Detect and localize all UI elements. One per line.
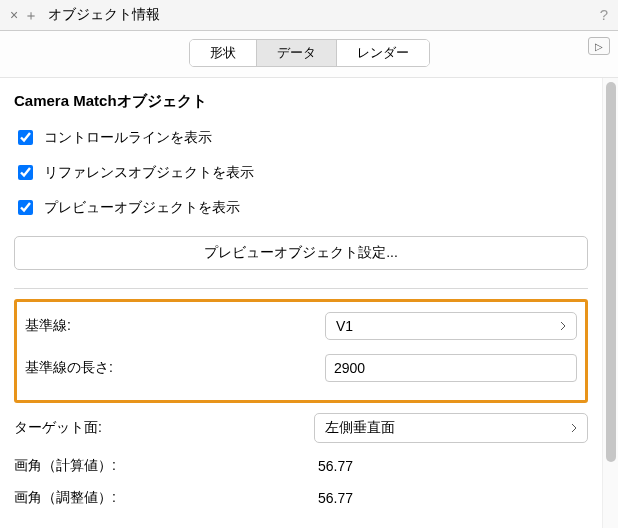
highlight-box: 基準線: V1 基準線の長さ: <box>14 299 588 403</box>
baseline-length-label: 基準線の長さ: <box>25 359 325 377</box>
tabset: 形状 データ レンダー <box>189 39 430 67</box>
fov-adj-label: 画角（調整値）: <box>14 489 314 507</box>
checkbox-reference-object[interactable] <box>18 165 33 180</box>
scrollbar[interactable] <box>602 78 618 528</box>
row-fov-calc: 画角（計算値）: 56.77 <box>14 457 588 475</box>
titlebar: × ＋ オブジェクト情報 ? <box>0 0 618 31</box>
tab-data[interactable]: データ <box>257 40 337 66</box>
baseline-length-input[interactable] <box>325 354 577 382</box>
tab-render[interactable]: レンダー <box>337 40 429 66</box>
help-icon[interactable]: ? <box>600 6 608 23</box>
fov-adj-value: 56.77 <box>314 490 353 506</box>
row-baseline-length: 基準線の長さ: <box>25 354 577 382</box>
play-icon[interactable]: ▷ <box>588 37 610 55</box>
window-title: オブジェクト情報 <box>48 6 160 24</box>
baseline-select[interactable]: V1 <box>325 312 577 340</box>
baseline-label: 基準線: <box>25 317 325 335</box>
checkbox-control-lines[interactable] <box>18 130 33 145</box>
target-face-select[interactable]: 左側垂直面 <box>314 413 588 443</box>
fov-calc-value: 56.77 <box>314 458 353 474</box>
row-baseline: 基準線: V1 <box>25 312 577 340</box>
preview-settings-button[interactable]: プレビューオブジェクト設定... <box>14 236 588 270</box>
content-panel: Camera Matchオブジェクト コントロールラインを表示 リファレンスオブ… <box>0 78 602 528</box>
section-title: Camera Matchオブジェクト <box>14 92 588 111</box>
close-icon[interactable]: × <box>10 8 18 22</box>
check-label: コントロールラインを表示 <box>44 129 212 147</box>
row-fov-adj: 画角（調整値）: 56.77 <box>14 489 588 507</box>
fov-calc-label: 画角（計算値）: <box>14 457 314 475</box>
check-reference-object[interactable]: リファレンスオブジェクトを表示 <box>14 162 588 183</box>
divider <box>14 288 588 289</box>
check-label: プレビューオブジェクトを表示 <box>44 199 240 217</box>
check-control-lines[interactable]: コントロールラインを表示 <box>14 127 588 148</box>
add-icon[interactable]: ＋ <box>24 8 38 22</box>
tab-row: 形状 データ レンダー ▷ <box>0 31 618 78</box>
scrollbar-thumb[interactable] <box>606 82 616 462</box>
check-preview-object[interactable]: プレビューオブジェクトを表示 <box>14 197 588 218</box>
row-target-face: ターゲット面: 左側垂直面 <box>14 413 588 443</box>
tab-shape[interactable]: 形状 <box>190 40 257 66</box>
check-label: リファレンスオブジェクトを表示 <box>44 164 254 182</box>
checkbox-preview-object[interactable] <box>18 200 33 215</box>
target-face-label: ターゲット面: <box>14 419 314 437</box>
